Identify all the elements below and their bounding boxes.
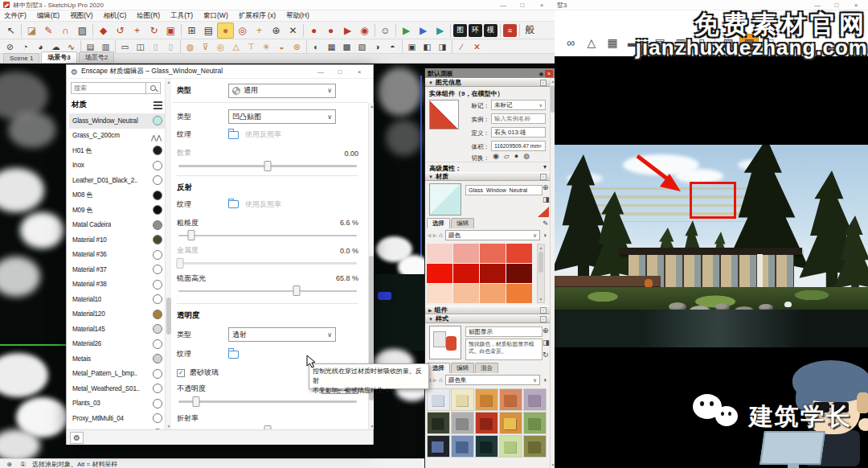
- folder-icon[interactable]: [228, 200, 239, 208]
- sandbox-funnel-icon[interactable]: ⊽: [198, 40, 213, 53]
- rotate-tool[interactable]: ↻: [145, 23, 162, 39]
- flip-cube-icon[interactable]: ◧: [420, 40, 435, 53]
- menu-item[interactable]: 工具(T): [170, 11, 193, 21]
- material-list-item[interactable]: Proxy_MtlMulti_04: [69, 411, 165, 426]
- style-thumbnail[interactable]: [499, 435, 522, 458]
- metallic-slider[interactable]: [178, 262, 357, 265]
- push-pull-tool[interactable]: ▣: [162, 23, 179, 39]
- plugin-grid-icon[interactable]: ≡: [503, 24, 517, 37]
- use-albedo-label[interactable]: 使用反照率: [245, 129, 281, 140]
- maximize-button[interactable]: □: [330, 68, 350, 76]
- zoom-window-tool[interactable]: ⊞: [183, 23, 200, 39]
- orbit-tool[interactable]: ●: [217, 23, 234, 39]
- general-type-dropdown[interactable]: 通用 ∨: [228, 84, 336, 98]
- solid-union-icon[interactable]: ▦: [324, 40, 339, 53]
- detail-icon[interactable]: ◑: [542, 376, 547, 384]
- material-list-item[interactable]: M09 色: [69, 203, 165, 218]
- material-list-item[interactable]: Metal_Weathered_S01..: [69, 381, 165, 396]
- home-icon[interactable]: ⌂: [439, 376, 443, 384]
- binoculars-icon[interactable]: ∞: [561, 34, 580, 51]
- scene-tab[interactable]: Scene 1: [3, 53, 39, 63]
- display-secondary-icon[interactable]: ◨: [542, 195, 550, 203]
- render-preview[interactable]: [555, 145, 868, 347]
- style-thumbnail[interactable]: [475, 412, 498, 434]
- material-list-item[interactable]: Material #38: [69, 277, 165, 293]
- solid-subtract-icon[interactable]: ▧: [354, 40, 370, 53]
- menu-icon[interactable]: [154, 101, 162, 103]
- tab[interactable]: 选择: [427, 218, 450, 228]
- bump-type-dropdown[interactable]: 凹凸贴图 ∨: [228, 109, 336, 124]
- sandbox-ring-icon[interactable]: ◎: [213, 40, 228, 53]
- tab[interactable]: 编辑: [451, 218, 474, 228]
- material-list-item[interactable]: Material #10: [69, 232, 165, 248]
- advanced-attrs-row[interactable]: 高级属性： ▾: [425, 162, 550, 172]
- style-name-field[interactable]: 贴图显示: [465, 326, 542, 337]
- color-swatch[interactable]: [453, 284, 479, 303]
- color-swatch[interactable]: [427, 244, 452, 263]
- material-list-item[interactable]: Material145: [69, 322, 165, 337]
- forward-arrow-icon[interactable]: ▹: [433, 376, 436, 384]
- move-tool[interactable]: ＋: [129, 23, 145, 39]
- paint-bucket-tool[interactable]: ◆: [95, 23, 112, 39]
- folder-icon[interactable]: [228, 351, 239, 359]
- sandbox-wheel-icon[interactable]: ⊛: [289, 40, 305, 53]
- frosted-glass-checkbox[interactable]: ✓: [177, 369, 185, 377]
- color-swatch[interactable]: [480, 244, 506, 263]
- color-swatch[interactable]: [506, 244, 532, 263]
- sandbox-cone-icon[interactable]: △: [228, 40, 244, 53]
- menu-item[interactable]: 帮助(H): [286, 11, 309, 21]
- back-arrow-icon[interactable]: ◃: [428, 232, 431, 239]
- paint-style-icon[interactable]: ◨: [542, 339, 550, 347]
- definition-input[interactable]: [491, 127, 546, 138]
- status-geo-icon[interactable]: ⊕: [5, 460, 14, 468]
- window-gray-icon[interactable]: ▯: [148, 40, 163, 53]
- sandbox-star-icon[interactable]: ✳: [259, 40, 274, 53]
- material-list-item[interactable]: Inox: [69, 158, 165, 174]
- plugin-ban-icon[interactable]: 般: [522, 23, 538, 39]
- status-help-icon[interactable]: ①: [18, 460, 27, 468]
- zoom-tool[interactable]: ⊕: [268, 23, 285, 39]
- color-swatch[interactable]: [506, 264, 532, 283]
- sandbox-contours-icon[interactable]: ◍: [182, 40, 198, 53]
- tab[interactable]: 混合: [475, 363, 498, 373]
- red-line-icon[interactable]: ∕: [454, 40, 469, 53]
- eraser-tool[interactable]: ◪: [23, 23, 40, 39]
- follow-me-tool[interactable]: ↺: [112, 23, 129, 39]
- menu-item[interactable]: 绘图(R): [137, 11, 160, 21]
- sandbox-stamp-icon[interactable]: ⊤: [244, 40, 259, 53]
- detach-icon[interactable]: ▫: [540, 307, 547, 314]
- transparency-type-dropdown[interactable]: 透射 ∨: [228, 327, 336, 342]
- tag-dropdown[interactable]: 未标记∨: [491, 100, 546, 110]
- style-thumbnail[interactable]: [451, 388, 474, 411]
- style-thumbnail[interactable]: [475, 435, 498, 458]
- color-swatch[interactable]: [427, 284, 452, 303]
- swatch-scrollbar[interactable]: ▲ ▼: [537, 244, 545, 303]
- pin-icon[interactable]: ◉: [538, 70, 545, 77]
- style-thumbnail[interactable]: [475, 388, 498, 411]
- minimize-button[interactable]: —: [311, 68, 330, 76]
- material-list-item[interactable]: Material10: [69, 292, 165, 307]
- roughness-slider[interactable]: [178, 235, 357, 237]
- material-list-item[interactable]: Matal Cadeira: [69, 218, 165, 233]
- styles-panel-header[interactable]: ▼ 样式 ▫: [425, 314, 550, 323]
- style-thumbnail[interactable]: [427, 412, 450, 434]
- pan-tool[interactable]: +: [251, 23, 268, 39]
- menu-item[interactable]: 相机(C): [104, 11, 127, 21]
- settings-button[interactable]: ⚙: [70, 432, 84, 444]
- components-panel-header[interactable]: ▶ 组件 ▫: [425, 306, 550, 314]
- geolocation-icon[interactable]: ●: [305, 23, 322, 39]
- search-button[interactable]: [146, 82, 161, 94]
- pin-icon[interactable]: ◉: [356, 23, 373, 39]
- use-albedo-label[interactable]: 使用反照率: [245, 199, 281, 210]
- collection-dropdown[interactable]: 颜色 ∨: [445, 230, 540, 240]
- menu-item[interactable]: 扩展程序 (x): [239, 11, 276, 21]
- detach-icon[interactable]: ▫: [540, 80, 547, 86]
- tab[interactable]: 选择: [427, 363, 450, 373]
- style-thumbnail[interactable]: [523, 435, 547, 458]
- material-list-item[interactable]: Material #37: [69, 262, 165, 277]
- active-material-name[interactable]: [465, 185, 542, 195]
- maximize-button[interactable]: □: [513, 1, 532, 10]
- material-list-scrollbar[interactable]: ▲ ▼: [165, 79, 171, 429]
- material-list-item[interactable]: Material120: [69, 307, 165, 322]
- receive-shadows-icon[interactable]: ●: [514, 152, 518, 160]
